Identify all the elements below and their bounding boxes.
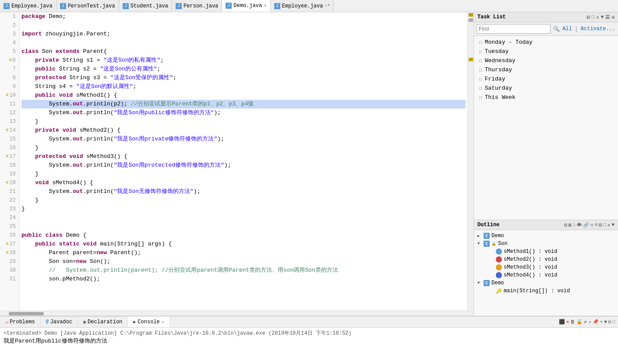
settings2-icon[interactable]: ≡ bbox=[595, 222, 598, 228]
settings-icon[interactable]: ⚙ bbox=[611, 14, 614, 20]
code-content[interactable]: package Demo; import zhouyingjie.Parent;… bbox=[20, 12, 467, 311]
outline-item[interactable]: ▼CDemo bbox=[474, 279, 618, 287]
link-icon[interactable]: 🔗 bbox=[583, 222, 589, 228]
line-number-10: ⊕10 bbox=[4, 91, 16, 100]
bottom-tabs: ⚠ Problems @ Javadoc ▣ Declaration ▶ Con… bbox=[0, 316, 618, 328]
tab-person-test[interactable]: J PersonTest.java bbox=[57, 0, 119, 12]
expand-icon[interactable]: ⊞ bbox=[569, 222, 572, 228]
scroll-marker-2 bbox=[469, 18, 473, 22]
outline-item[interactable]: sMethod4() : void bbox=[474, 271, 618, 279]
tab-javadoc[interactable]: @ Javadoc bbox=[41, 316, 78, 327]
editor-scrollbar[interactable] bbox=[467, 12, 473, 311]
code-line-24 bbox=[21, 214, 466, 222]
tab-problems[interactable]: ⚠ Problems bbox=[0, 316, 41, 327]
tab-employee-java-1[interactable]: J Employee.java bbox=[0, 0, 57, 12]
line-number-25: 25 bbox=[4, 222, 16, 231]
outline-item[interactable]: ▼C🔒Son bbox=[474, 240, 618, 248]
collapse-icon[interactable]: ⊟ bbox=[564, 222, 567, 228]
maximize-console-icon[interactable]: □ bbox=[612, 319, 615, 325]
activate-button[interactable]: Activate... bbox=[581, 26, 615, 32]
minimize2-icon[interactable]: ⊟ bbox=[599, 222, 602, 228]
remove-icon[interactable]: ✕ bbox=[566, 319, 569, 325]
task-item[interactable]: ☐Monday - Today bbox=[474, 38, 618, 47]
task-item[interactable]: ☐Tuesday bbox=[474, 47, 618, 56]
outline-item-label: Demo bbox=[491, 233, 504, 239]
line-number-12: 12 bbox=[4, 108, 16, 117]
task-header-icons: ⊟ □ ✕ ▼ ☰ ⚙ bbox=[587, 14, 614, 20]
scroll-lock-icon[interactable]: 🔒 bbox=[576, 319, 583, 325]
code-main: 12345⊕6789⊕10111213⊕141516⊕171819⊕202122… bbox=[0, 12, 473, 311]
outline-item[interactable]: sMethod3() : void bbox=[474, 263, 618, 271]
code-line-9: String s4 = "这是Son的默认属性"; bbox=[21, 82, 466, 91]
java-file-icon: J bbox=[123, 3, 129, 9]
code-line-6: private String s1 = "这是Son的私有属性"; bbox=[21, 56, 466, 65]
task-checkbox-icon: ☐ bbox=[479, 76, 482, 82]
code-line-21: System.out.println("我是Son无修饰符修饰的方法"); bbox=[21, 187, 466, 196]
maximize-icon[interactable]: □ bbox=[592, 14, 595, 20]
task-checkbox-icon: ☐ bbox=[479, 94, 482, 100]
close2-icon[interactable]: ✕ bbox=[607, 222, 611, 228]
outline-item[interactable]: ▶CDemo bbox=[474, 232, 618, 240]
task-item[interactable]: ☐Thursday bbox=[474, 65, 618, 74]
tab-close-icon[interactable]: ✕ bbox=[264, 3, 267, 8]
task-toolbar: 🔍 All | Activate... bbox=[474, 22, 618, 36]
main-area: 12345⊕6789⊕10111213⊕141516⊕171819⊕202122… bbox=[0, 12, 618, 316]
pin-icon[interactable]: 📌 bbox=[593, 319, 599, 325]
bottom-panel: ⚠ Problems @ Javadoc ▣ Declaration ▶ Con… bbox=[0, 316, 618, 364]
task-list-header: Task List ⊟ □ ✕ ▼ ☰ ⚙ bbox=[474, 12, 618, 22]
tab-person[interactable]: J Person.java bbox=[172, 0, 222, 12]
tab-declaration-label: Declaration bbox=[88, 319, 122, 325]
outline-item[interactable]: 🔑main(String[]) : void bbox=[474, 287, 618, 295]
sort-icon[interactable]: ↕ bbox=[573, 222, 576, 228]
hide-icon[interactable]: 👁 bbox=[577, 222, 582, 228]
filter-icon[interactable]: ▽ bbox=[590, 222, 593, 228]
horizontal-scrollbar[interactable] bbox=[0, 311, 473, 316]
task-list-title: Task List bbox=[477, 14, 506, 20]
task-item-label: Monday - Today bbox=[485, 39, 533, 46]
minimize-icon[interactable]: ⊟ bbox=[587, 14, 590, 20]
maximize2-icon[interactable]: □ bbox=[603, 222, 606, 228]
code-line-22: } bbox=[21, 196, 466, 205]
problems-icon: ⚠ bbox=[5, 319, 8, 325]
task-checkbox-icon: ☐ bbox=[479, 49, 482, 54]
line-number-24: 24 bbox=[4, 214, 16, 222]
task-item[interactable]: ☐Saturday bbox=[474, 84, 618, 93]
line-number-16: 16 bbox=[4, 144, 16, 152]
line-number-27: ⊕27 bbox=[4, 240, 16, 248]
line-number-19: 19 bbox=[4, 170, 16, 178]
hscrollbar-thumb bbox=[9, 312, 44, 315]
view-menu-icon[interactable]: ▼ bbox=[604, 319, 607, 325]
console-close-icon[interactable]: ✕ bbox=[162, 319, 164, 325]
task-item[interactable]: ☐This Week bbox=[474, 93, 618, 102]
outline-badge-icon bbox=[496, 248, 502, 255]
outline-item[interactable]: sMethod2() : void bbox=[474, 256, 618, 263]
word-wrap-icon[interactable]: ⇌ bbox=[584, 319, 587, 325]
task-item[interactable]: ☐Wednesday bbox=[474, 56, 618, 65]
all-button[interactable]: All bbox=[562, 26, 572, 32]
outline-panel: Outline ⊟ ⊞ ↕ 👁 🔗 ▽ ≡ ⊟ □ ✕ ▼ ▶CDemo▼C🔒S… bbox=[474, 220, 618, 316]
menu-icon[interactable]: ☰ bbox=[605, 14, 610, 20]
task-item[interactable]: ☐Friday bbox=[474, 74, 618, 84]
line-number-8: 8 bbox=[4, 74, 16, 82]
new-console-icon[interactable]: + bbox=[600, 319, 603, 325]
pulldown-icon[interactable]: ▼ bbox=[601, 14, 604, 20]
tab-demo[interactable]: J Demo.java ✕ bbox=[222, 0, 270, 12]
clear-icon[interactable]: 🗑 bbox=[570, 319, 575, 325]
tab-declaration[interactable]: ▣ Declaration bbox=[78, 316, 128, 327]
task-item-label: Friday bbox=[485, 76, 505, 82]
tab-employee-java-2[interactable]: J Employee.java ¹⁰ bbox=[271, 0, 334, 12]
close-icon[interactable]: ✕ bbox=[596, 14, 599, 20]
java-file-icon: J bbox=[60, 3, 66, 9]
tab-console[interactable]: ▶ Console ✕ bbox=[128, 316, 170, 327]
line-number-29: 29 bbox=[4, 257, 16, 266]
find-input[interactable] bbox=[477, 24, 551, 34]
right-panel: Task List ⊟ □ ✕ ▼ ☰ ⚙ 🔍 All | Activate..… bbox=[473, 12, 618, 316]
terminate-icon[interactable]: ⬛ bbox=[559, 319, 565, 325]
outline-item[interactable]: sMethod1() : void bbox=[474, 248, 618, 256]
open-console-icon[interactable]: ↗ bbox=[588, 319, 591, 325]
code-line-17: protected void sMethod3() { bbox=[21, 152, 466, 161]
tab-student[interactable]: J Student.java bbox=[119, 0, 172, 12]
minimize-console-icon[interactable]: ⊟ bbox=[608, 319, 611, 325]
code-line-29: Son son=new Son(); bbox=[21, 257, 466, 266]
pulldown2-icon[interactable]: ▼ bbox=[611, 222, 614, 228]
